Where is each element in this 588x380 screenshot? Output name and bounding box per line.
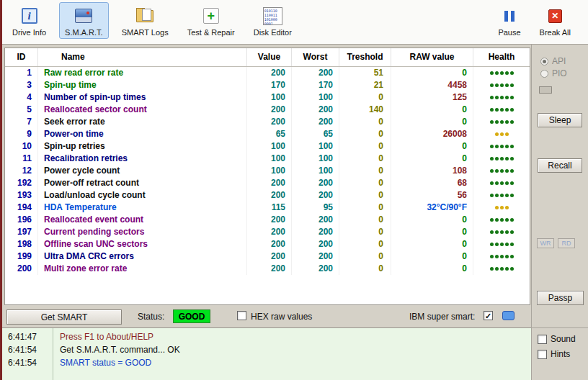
- table-row[interactable]: 11Recalibration retries10010000: [5, 153, 530, 165]
- attr-treshold: 0: [339, 128, 391, 140]
- health-dot: [505, 169, 509, 173]
- table-row[interactable]: 197Current pending sectors20020000: [5, 226, 530, 238]
- table-row[interactable]: 3Spin-up time170170214458: [5, 79, 530, 91]
- attr-name: Number of spin-up times: [38, 91, 247, 104]
- rd-button[interactable]: RD: [558, 238, 575, 248]
- test-repair-label: Test & Repair: [187, 28, 235, 37]
- attr-worst: 200: [292, 250, 339, 263]
- disk-editor-button[interactable]: 010110 110011 101000 0001 Disk Editor: [248, 2, 298, 39]
- api-radio-row: API: [540, 56, 566, 66]
- attr-id: 192: [5, 177, 38, 189]
- log-time: 6:41:54: [2, 343, 53, 356]
- header-treshold: Treshold: [339, 48, 391, 66]
- health-dot: [500, 230, 504, 234]
- attr-value: 115: [247, 202, 292, 214]
- pio-radio-row: PIO: [540, 68, 567, 78]
- attr-raw: 0: [391, 67, 473, 79]
- attr-id: 197: [5, 226, 38, 238]
- log-message: Get S.M.A.R.T. command... OK: [53, 343, 180, 356]
- log-entry: 6:41:54SMART status = GOOD: [2, 356, 531, 369]
- attr-raw: 108: [391, 165, 473, 177]
- attr-worst: 200: [292, 214, 339, 226]
- health-dot: [510, 243, 514, 246]
- sound-checkbox[interactable]: [538, 335, 547, 344]
- attr-treshold: 0: [339, 116, 391, 128]
- pause-button[interactable]: Pause: [492, 2, 526, 39]
- ibm-checkbox[interactable]: [484, 311, 493, 320]
- health-dot: [490, 181, 494, 185]
- table-row[interactable]: 12Power cycle count1001000108: [5, 165, 530, 177]
- pio-radio[interactable]: [540, 70, 548, 78]
- table-row[interactable]: 194HDA Temperature11595032°C/90°F: [5, 202, 530, 214]
- attr-raw: 0: [391, 153, 473, 165]
- health-dot: [490, 194, 494, 197]
- attr-health: [473, 202, 530, 214]
- log-entry: 6:41:54Get S.M.A.R.T. command... OK: [2, 343, 531, 356]
- attr-health: [473, 263, 530, 275]
- health-dot: [495, 132, 499, 136]
- attr-id: 11: [5, 153, 38, 165]
- table-row[interactable]: 1Raw read error rate200200510: [5, 67, 530, 79]
- health-dot: [495, 96, 499, 99]
- health-dot: [505, 83, 509, 87]
- health-dot: [495, 206, 499, 209]
- api-radio[interactable]: [540, 58, 548, 65]
- attr-id: 198: [5, 238, 38, 250]
- attr-name: Power-off retract count: [38, 177, 247, 189]
- header-worst: Worst: [292, 48, 339, 66]
- hints-checkbox[interactable]: [538, 350, 547, 359]
- health-dot: [490, 145, 494, 148]
- smart-button[interactable]: S.M.A.R.T.: [59, 2, 109, 39]
- health-dot: [505, 120, 509, 124]
- attr-health: [473, 189, 530, 202]
- hex-checkbox[interactable]: [237, 311, 246, 320]
- log-entry: 6:41:47Press F1 to About/HELP: [2, 330, 531, 343]
- attr-name: Seek error rate: [38, 116, 247, 128]
- table-row[interactable]: 198Offline scan UNC sectors20020000: [5, 238, 530, 250]
- passp-button[interactable]: Passp: [537, 291, 584, 305]
- smart-logs-button[interactable]: SMART Logs: [116, 2, 174, 39]
- attr-id: 200: [5, 263, 38, 275]
- health-dot: [500, 108, 504, 112]
- attr-value: 200: [247, 250, 292, 263]
- table-row[interactable]: 9Power-on time6565026008: [5, 128, 530, 140]
- health-dot: [505, 267, 509, 271]
- health-dot: [505, 71, 509, 75]
- options-panel: Sound Hints: [531, 327, 588, 380]
- table-row[interactable]: 7Seek error rate20020000: [5, 116, 530, 128]
- attr-value: 200: [247, 116, 292, 128]
- health-dot: [500, 255, 504, 258]
- table-row[interactable]: 200Multi zone error rate20020000: [5, 263, 530, 275]
- attr-worst: 200: [292, 177, 339, 189]
- attr-value: 100: [247, 91, 292, 104]
- health-dot: [490, 71, 494, 75]
- attr-treshold: 0: [339, 226, 391, 238]
- drive-info-icon: i: [22, 5, 37, 27]
- health-dot: [495, 267, 499, 271]
- break-all-button[interactable]: ✕ Break All: [534, 2, 576, 39]
- attr-value: 200: [247, 263, 292, 275]
- health-dot: [505, 194, 509, 197]
- attr-value: 200: [247, 104, 292, 116]
- health-dot: [500, 96, 504, 99]
- drive-info-button[interactable]: i Drive Info: [6, 2, 52, 39]
- get-smart-button[interactable]: Get SMART: [6, 309, 122, 325]
- table-row[interactable]: 193Load/unload cycle count200200056: [5, 189, 530, 202]
- attr-treshold: 0: [339, 202, 391, 214]
- sleep-button[interactable]: Sleep: [538, 113, 582, 127]
- table-row[interactable]: 5Reallocated sector count2002001400: [5, 104, 530, 116]
- recall-button[interactable]: Recall: [538, 158, 582, 173]
- table-row[interactable]: 196Reallocated event count20020000: [5, 214, 530, 226]
- wr-button[interactable]: WR: [537, 238, 554, 248]
- table-row[interactable]: 199Ultra DMA CRC errors20020000: [5, 250, 530, 263]
- table-row[interactable]: 4Number of spin-up times1001000125: [5, 91, 530, 104]
- health-dot: [495, 120, 499, 124]
- table-row[interactable]: 10Spin-up retries10010000: [5, 140, 530, 153]
- mode-indicator: [539, 86, 552, 94]
- health-dot: [500, 243, 504, 246]
- test-repair-button[interactable]: + Test & Repair: [182, 2, 241, 39]
- health-dot: [495, 169, 499, 173]
- health-dot: [510, 120, 514, 124]
- status-label: Status:: [138, 312, 164, 322]
- table-row[interactable]: 192Power-off retract count200200068: [5, 177, 530, 189]
